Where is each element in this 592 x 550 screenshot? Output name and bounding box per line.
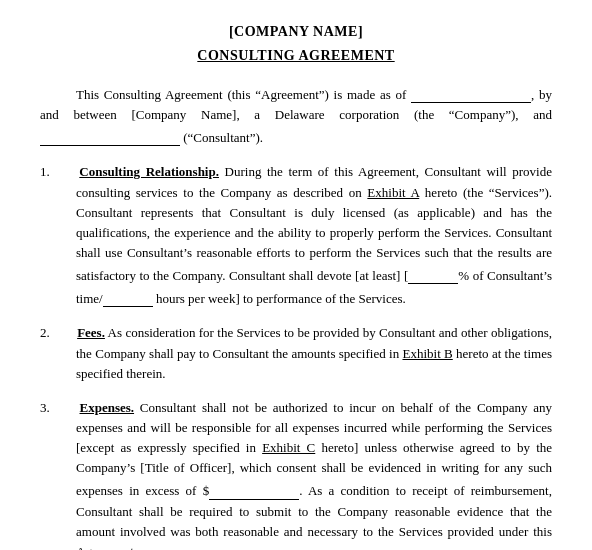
agreement-title: CONSULTING AGREEMENT	[40, 48, 552, 64]
section-2-number: 2.	[40, 325, 50, 340]
section-3-number: 3.	[40, 400, 50, 415]
section-3-heading: Expenses.	[80, 400, 135, 415]
section-1-heading: Consulting Relationship.	[79, 164, 219, 179]
section-2: 2. Fees. As consideration for the Servic…	[40, 323, 552, 383]
section-1-body: During the term of this Agreement, Consu…	[76, 164, 552, 306]
intro-text-3: (“Consultant”).	[183, 130, 263, 145]
section-2-body: As consideration for the Services to be …	[76, 325, 552, 380]
intro-paragraph: This Consulting Agreement (this “Agreeme…	[40, 82, 552, 148]
section-1: 1. Consulting Relationship. During the t…	[40, 162, 552, 309]
document: [COMPANY NAME] CONSULTING AGREEMENT This…	[40, 24, 552, 550]
company-name-heading: [COMPANY NAME]	[40, 24, 552, 40]
section-2-heading: Fees.	[77, 325, 105, 340]
section-3: 3. Expenses. Consultant shall not be aut…	[40, 398, 552, 550]
intro-text-1: This Consulting Agreement (this “Agreeme…	[76, 87, 406, 102]
consultant-name-blank	[40, 125, 180, 146]
section-1-number: 1.	[40, 164, 50, 179]
date-blank	[411, 82, 531, 103]
section-3-body: Consultant shall not be authorized to in…	[76, 400, 552, 550]
